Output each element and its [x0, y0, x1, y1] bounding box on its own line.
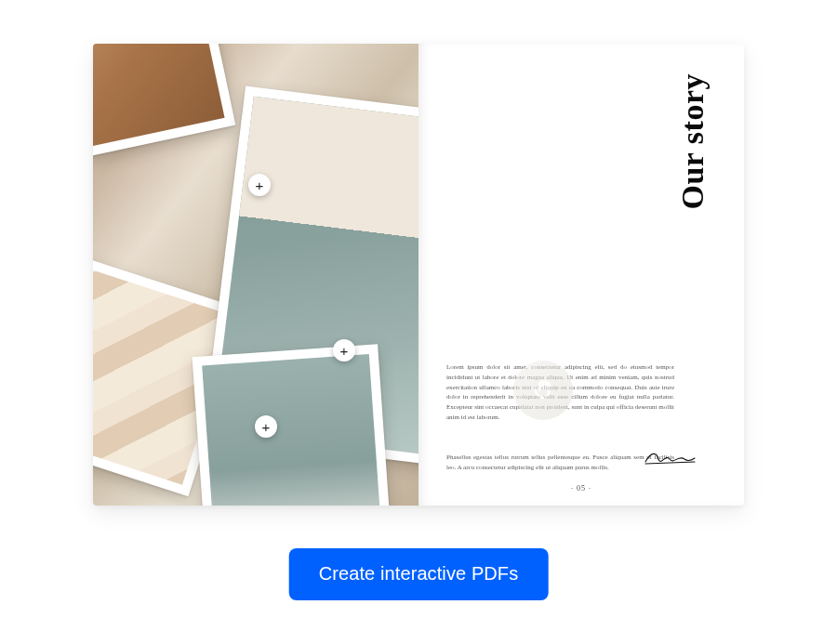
hotspot-button[interactable]: +: [255, 415, 277, 438]
polaroid-photo: [193, 344, 394, 506]
hand-cursor-icon: [513, 361, 573, 420]
magazine-spread: + + + Our story Lorem ipsum dolor sit am…: [93, 44, 744, 506]
page-left: + + +: [93, 44, 418, 506]
create-interactive-pdfs-button[interactable]: Create interactive PDFs: [289, 548, 549, 600]
page-right: Our story Lorem ipsum dolor sit amet, co…: [418, 44, 744, 506]
page-number: · 05 ·: [418, 484, 744, 493]
hotspot-button[interactable]: +: [333, 339, 355, 361]
signature-mark: [642, 448, 698, 468]
page-title: Our story: [675, 73, 711, 209]
polaroid-photo: [93, 44, 235, 164]
story-paragraph-2: Phasellus egestas tellus rutrum tellus p…: [446, 453, 674, 471]
hotspot-button[interactable]: +: [248, 174, 271, 196]
